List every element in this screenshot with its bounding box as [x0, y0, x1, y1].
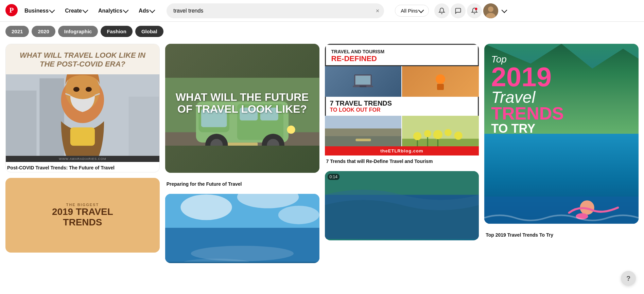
svg-rect-49 — [402, 139, 479, 146]
video-time-badge: 0:14 — [328, 174, 340, 180]
covid-card-pin-title: Post-COVID Travel Trends: The Future of … — [6, 162, 159, 172]
pin-card-blue[interactable] — [165, 194, 319, 263]
chevron-down-icon — [418, 7, 424, 13]
travel-label: Travel — [491, 89, 632, 106]
column-4: Top 2019 Travel Trends TO TRY — [484, 44, 639, 239]
svg-rect-11 — [70, 127, 95, 146]
svg-point-15 — [73, 87, 80, 92]
svg-rect-19 — [227, 143, 258, 146]
trends-label: Trends — [491, 106, 632, 122]
7trends-red-text: RE-DEFINED — [331, 54, 473, 63]
svg-rect-8 — [39, 78, 64, 155]
pill-2020[interactable]: 2020 — [32, 26, 55, 37]
account-expand-button[interactable] — [500, 6, 509, 16]
covid-card-source: WWW.AWARADIARIES.COM — [6, 156, 159, 162]
svg-point-54 — [454, 132, 463, 140]
covid-card-title: WHAT WILL TRAVEL LOOK LIKE IN THE POST-C… — [11, 51, 154, 69]
chevron-down-icon — [150, 7, 155, 13]
pill-infographic[interactable]: Infographic — [58, 26, 98, 37]
search-container: × — [167, 3, 384, 18]
grid-cell-orange — [402, 66, 479, 97]
svg-point-51 — [424, 130, 431, 137]
svg-rect-41 — [360, 86, 366, 87]
search-clear-button[interactable]: × — [376, 8, 380, 14]
svg-rect-60 — [484, 197, 639, 224]
search-input[interactable] — [167, 3, 384, 18]
svg-rect-9 — [128, 97, 159, 156]
notifications-button[interactable] — [434, 3, 449, 18]
pin-card-future-travel[interactable]: WHAT WILL THE FUTURE OF TRAVEL LOOK LIKE… — [165, 44, 319, 173]
pin-card-post-covid[interactable]: WHAT WILL TRAVEL LOOK LIKE IN THE POST-C… — [5, 44, 160, 172]
chevron-down-icon — [502, 7, 507, 13]
7trends-bottom-grid — [325, 116, 479, 146]
svg-rect-39 — [355, 76, 370, 85]
pin-card-video[interactable]: 0:14 — [325, 171, 479, 240]
grid-cell-flowers — [402, 116, 479, 146]
7trends-middle: 7 TRAVEL TRENDS TO LOOK OUT FOR — [325, 97, 479, 116]
messages-button[interactable] — [451, 3, 466, 18]
svg-point-50 — [414, 132, 422, 140]
svg-rect-43 — [437, 84, 444, 90]
nav-analytics[interactable]: Analytics — [94, 5, 132, 17]
svg-point-16 — [86, 87, 92, 92]
avatar[interactable] — [483, 3, 498, 18]
column-2: WHAT WILL THE FUTURE OF TRAVEL LOOK LIKE… — [165, 44, 319, 263]
svg-point-42 — [436, 74, 445, 84]
2019-travel-title: 2019 TRAVEL — [52, 207, 113, 217]
svg-point-30 — [287, 126, 295, 134]
chevron-down-icon — [123, 7, 129, 13]
svg-point-33 — [180, 195, 232, 220]
pill-2021[interactable]: 2021 — [5, 26, 29, 37]
year-label: 2019 — [491, 65, 632, 89]
7trends-header: TRAVEL AND TOURISM RE-DEFINED — [325, 44, 479, 66]
svg-point-52 — [433, 130, 442, 139]
column-3: TRAVEL AND TOURISM RE-DEFINED — [325, 44, 479, 240]
svg-text:P: P — [10, 6, 14, 14]
7trends-look-out: TO LOOK OUT FOR — [330, 107, 474, 113]
grid-cell-road — [325, 116, 402, 146]
7trends-pin-title: 7 Trends that will Re-Define Travel and … — [325, 155, 479, 166]
nav-ads[interactable]: Ads — [135, 5, 158, 17]
pinterest-logo[interactable]: P — [5, 4, 18, 18]
2019-travel-subtitle: TRENDS — [63, 217, 102, 228]
chevron-down-icon — [82, 7, 88, 13]
nav-business[interactable]: Business — [20, 5, 58, 17]
svg-point-2 — [475, 7, 477, 10]
svg-point-53 — [445, 129, 452, 136]
filter-pills: 2021 2020 Infographic Fashion Global — [0, 22, 644, 41]
to-try-label: TO TRY — [491, 122, 632, 136]
svg-point-4 — [488, 6, 493, 12]
pin-card-7trends[interactable]: TRAVEL AND TOURISM RE-DEFINED — [325, 44, 479, 166]
pin-card-top-2019[interactable]: Top 2019 Travel Trends TO TRY — [484, 44, 639, 224]
header: P Business Create Analytics Ads × All Pi… — [0, 0, 644, 22]
covid-card-image — [6, 74, 159, 156]
column-1: WHAT WILL TRAVEL LOOK LIKE IN THE POST-C… — [5, 44, 160, 253]
van-card-text: WHAT WILL THE FUTURE OF TRAVEL LOOK LIKE… — [165, 85, 319, 122]
svg-rect-7 — [6, 91, 36, 156]
header-icons — [434, 3, 509, 18]
future-travel-title: Preparing for the Future of Travel — [165, 178, 319, 188]
2019-card-text: Top 2019 Travel Trends TO TRY — [491, 54, 632, 136]
main-content: WHAT WILL TRAVEL LOOK LIKE IN THE POST-C… — [0, 41, 644, 266]
7trends-footer: theETLRblog.com — [325, 146, 479, 155]
masonry-grid: WHAT WILL TRAVEL LOOK LIKE IN THE POST-C… — [5, 44, 639, 263]
grid-cell-laptop — [325, 66, 402, 97]
pill-fashion[interactable]: Fashion — [101, 26, 133, 37]
svg-rect-47 — [325, 128, 402, 136]
alerts-button[interactable] — [467, 3, 482, 18]
svg-point-35 — [278, 206, 319, 224]
7trends-image-grid — [325, 66, 479, 97]
pill-global[interactable]: Global — [135, 26, 163, 37]
top-2019-pin-title: Top 2019 Travel Trends To Try — [484, 229, 639, 239]
svg-rect-46 — [355, 139, 371, 142]
nav-create[interactable]: Create — [61, 5, 91, 17]
all-pins-dropdown[interactable]: All Pins — [395, 5, 429, 17]
chevron-down-icon — [49, 7, 55, 13]
pin-card-2019-travel[interactable]: THE BIGGEST 2019 TRAVEL TRENDS — [5, 178, 160, 253]
